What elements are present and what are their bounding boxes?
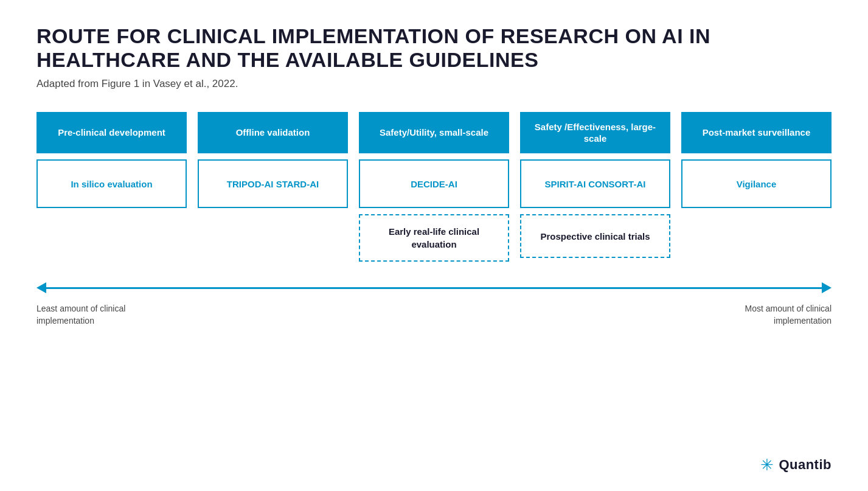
page: ROUTE FOR CLINICAL IMPLEMENTATION OF RES… <box>0 0 868 491</box>
stage-body-dashed-safety-utility-small: Early real-life clinical evaluation <box>359 214 509 262</box>
arrow-left-head <box>36 282 46 293</box>
arrow-line <box>46 287 822 289</box>
page-subtitle: Adapted from Figure 1 in Vasey et al., 2… <box>36 78 832 90</box>
stage-body-pre-clinical: In silico evaluation <box>36 159 187 208</box>
arrow-row <box>36 282 832 293</box>
quantib-icon: ✳ <box>760 457 774 473</box>
arrow-label-left: Least amount of clinical implementation <box>36 303 146 327</box>
stage-header-safety-utility-small: Safety/Utility, small-scale <box>359 112 509 153</box>
stage-body-safety-effectiveness-large: SPIRIT-AI CONSORT-AI <box>520 159 670 208</box>
stage-header-pre-clinical: Pre-clinical development <box>36 112 187 153</box>
stage-body-post-market: Vigilance <box>681 159 832 208</box>
stage-col-pre-clinical: Pre-clinical developmentIn silico evalua… <box>36 112 187 258</box>
arrow-right-head <box>822 282 832 293</box>
stage-col-post-market: Post-market surveillanceVigilance <box>681 112 832 258</box>
arrow-label-right: Most amount of clinical implementation <box>722 303 832 327</box>
stage-col-offline-validation: Offline validationTRIPOD-AI STARD-AI <box>198 112 348 258</box>
logo-text: Quantib <box>779 457 832 473</box>
stage-header-offline-validation: Offline validation <box>198 112 348 153</box>
arrow-labels: Least amount of clinical implementation … <box>36 303 832 327</box>
stage-col-safety-effectiveness-large: Safety /Effectiveness, large-scaleSPIRIT… <box>520 112 670 258</box>
stage-body-dashed-safety-effectiveness-large: Prospective clinical trials <box>520 214 670 258</box>
stage-header-safety-effectiveness-large: Safety /Effectiveness, large-scale <box>520 112 670 153</box>
stage-col-safety-utility-small: Safety/Utility, small-scaleDECIDE-AIEarl… <box>359 112 509 262</box>
stage-body-safety-utility-small: DECIDE-AI <box>359 159 509 208</box>
logo-area: ✳ Quantib <box>760 457 832 473</box>
stage-body-offline-validation: TRIPOD-AI STARD-AI <box>198 159 348 208</box>
diagram-area: Pre-clinical developmentIn silico evalua… <box>36 112 832 262</box>
stage-header-post-market: Post-market surveillance <box>681 112 832 153</box>
footer: ✳ Quantib <box>36 457 832 473</box>
page-title: ROUTE FOR CLINICAL IMPLEMENTATION OF RES… <box>36 24 832 72</box>
